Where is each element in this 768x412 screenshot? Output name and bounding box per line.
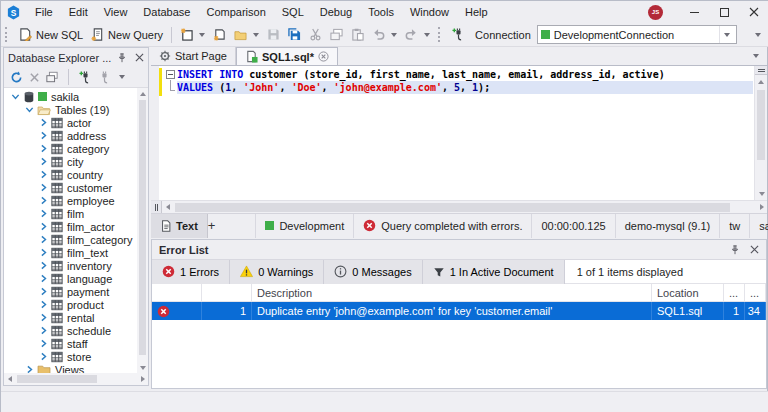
chevron-right-icon[interactable] bbox=[38, 209, 48, 218]
open-file-button[interactable] bbox=[230, 24, 263, 45]
copy-button[interactable] bbox=[326, 24, 347, 45]
tree-item-tables-19[interactable]: Tables (19) bbox=[4, 103, 137, 116]
editor-vertical-scrollbar[interactable] bbox=[754, 66, 767, 200]
cut-button[interactable] bbox=[305, 24, 326, 45]
close-panel-icon[interactable] bbox=[750, 245, 759, 254]
chevron-right-icon[interactable] bbox=[38, 118, 48, 127]
menu-sql[interactable]: SQL bbox=[274, 1, 312, 23]
new-object-button[interactable] bbox=[209, 24, 230, 45]
tree-item-payment[interactable]: payment bbox=[4, 285, 137, 298]
close-button[interactable] bbox=[739, 1, 768, 23]
chevron-down-icon[interactable] bbox=[24, 105, 34, 114]
menu-help[interactable]: Help bbox=[457, 1, 496, 23]
delete-icon[interactable] bbox=[29, 72, 40, 83]
tree-item-sakila[interactable]: sakila bbox=[4, 90, 137, 103]
chevron-right-icon[interactable] bbox=[38, 183, 48, 192]
menu-file[interactable]: File bbox=[27, 1, 61, 23]
column-severity[interactable] bbox=[152, 284, 202, 301]
scrollbar-thumb[interactable] bbox=[757, 90, 765, 160]
add-view-tab-button[interactable]: + bbox=[208, 218, 216, 233]
tree-item-language[interactable]: language bbox=[4, 272, 137, 285]
tree-item-rental[interactable]: rental bbox=[4, 311, 137, 324]
scroll-left-icon[interactable] bbox=[8, 376, 12, 382]
toolbar-overflow-icon[interactable] bbox=[755, 33, 761, 37]
connection-select[interactable]: DevelopmentConnection bbox=[537, 25, 737, 44]
user-avatar[interactable]: JS bbox=[648, 5, 663, 20]
split-editor-handle[interactable] bbox=[151, 201, 162, 214]
chevron-right-icon[interactable] bbox=[38, 313, 48, 322]
chevron-right-icon[interactable] bbox=[38, 131, 48, 140]
column-line[interactable]: ... bbox=[724, 284, 745, 301]
chevron-down-icon[interactable] bbox=[10, 92, 20, 101]
toolbar-grip[interactable] bbox=[438, 27, 443, 42]
undo-button[interactable] bbox=[368, 24, 401, 45]
tree-item-inventory[interactable]: inventory bbox=[4, 259, 137, 272]
warnings-filter-button[interactable]: 0 Warnings bbox=[230, 260, 324, 284]
tab-start-page[interactable]: Start Page bbox=[151, 47, 236, 65]
tree-vertical-scrollbar[interactable] bbox=[137, 88, 148, 373]
status-environment[interactable]: Development bbox=[255, 214, 353, 238]
tree-item-schedule[interactable]: schedule bbox=[4, 324, 137, 337]
status-user[interactable]: tw bbox=[719, 214, 749, 238]
chevron-right-icon[interactable] bbox=[38, 287, 48, 296]
tab-sql1[interactable]: SQL1.sql* bbox=[236, 47, 338, 65]
menu-edit[interactable]: Edit bbox=[61, 1, 96, 23]
tab-list-dropdown-icon[interactable] bbox=[753, 54, 759, 58]
chevron-right-icon[interactable] bbox=[38, 157, 48, 166]
menu-view[interactable]: View bbox=[96, 1, 136, 23]
tree-item-employee[interactable]: employee bbox=[4, 194, 137, 207]
tree-horizontal-scrollbar[interactable] bbox=[4, 373, 148, 385]
tree-item-category[interactable]: category bbox=[4, 142, 137, 155]
status-database[interactable]: sakila bbox=[749, 214, 768, 238]
chevron-right-icon[interactable] bbox=[38, 222, 48, 231]
tree-item-staff[interactable]: staff bbox=[4, 337, 137, 350]
scrollbar-thumb[interactable] bbox=[139, 100, 146, 355]
chevron-right-icon[interactable] bbox=[38, 339, 48, 348]
new-query-button[interactable]: New Query bbox=[87, 24, 167, 45]
code-line-2[interactable]: VALUES (1, 'John', 'Doe', 'john@example.… bbox=[177, 81, 753, 94]
split-editor-handle[interactable] bbox=[755, 66, 767, 75]
save-button[interactable] bbox=[263, 24, 284, 45]
tree-item-city[interactable]: city bbox=[4, 155, 137, 168]
tree-item-views[interactable]: Views bbox=[4, 363, 137, 373]
tree-item-customer[interactable]: customer bbox=[4, 181, 137, 194]
explorer-toolbar-overflow-icon[interactable] bbox=[119, 75, 125, 79]
chevron-right-icon[interactable] bbox=[38, 300, 48, 309]
new-document-button[interactable] bbox=[176, 24, 209, 45]
chevron-right-icon[interactable] bbox=[38, 235, 48, 244]
save-all-button[interactable] bbox=[284, 24, 305, 45]
code-area[interactable]: INSERT INTO customer (store_id, first_na… bbox=[177, 68, 753, 94]
tree-item-film-text[interactable]: film_text bbox=[4, 246, 137, 259]
scroll-down-icon[interactable] bbox=[140, 366, 146, 370]
tree-item-film[interactable]: film bbox=[4, 207, 137, 220]
errors-filter-button[interactable]: 1 Errors bbox=[152, 260, 230, 284]
minimize-button[interactable] bbox=[679, 1, 709, 23]
column-column[interactable]: ... bbox=[745, 284, 766, 301]
new-connection-button[interactable] bbox=[448, 24, 469, 45]
scroll-up-icon[interactable] bbox=[758, 80, 764, 84]
connection-dropdown-arrow[interactable] bbox=[719, 26, 733, 43]
tree-item-country[interactable]: country bbox=[4, 168, 137, 181]
tree-item-address[interactable]: address bbox=[4, 129, 137, 142]
pin-icon[interactable] bbox=[117, 53, 127, 63]
scrollbar-thumb[interactable] bbox=[175, 203, 730, 212]
tree-item-film-actor[interactable]: film_actor bbox=[4, 220, 137, 233]
close-panel-icon[interactable] bbox=[135, 53, 144, 62]
fold-collapse-icon[interactable] bbox=[166, 70, 175, 79]
status-server[interactable]: demo-mysql (9.1) bbox=[615, 214, 720, 238]
text-view-tab[interactable]: Text bbox=[151, 214, 208, 238]
chevron-right-icon[interactable] bbox=[38, 352, 48, 361]
status-execution-time[interactable]: 00:00:00.125 bbox=[531, 214, 614, 238]
menu-debug[interactable]: Debug bbox=[312, 1, 360, 23]
scroll-right-icon[interactable] bbox=[760, 204, 764, 210]
new-connection-icon[interactable] bbox=[79, 71, 92, 84]
menu-comparison[interactable]: Comparison bbox=[198, 1, 273, 23]
toolbar-grip[interactable] bbox=[5, 27, 10, 42]
chevron-right-icon[interactable] bbox=[38, 248, 48, 257]
code-line-1[interactable]: INSERT INTO customer (store_id, first_na… bbox=[177, 68, 753, 81]
duplicate-window-icon[interactable] bbox=[46, 71, 58, 83]
paste-button[interactable] bbox=[347, 24, 368, 45]
tree-item-store[interactable]: store bbox=[4, 350, 137, 363]
tree-item-product[interactable]: product bbox=[4, 298, 137, 311]
sql-editor[interactable]: INSERT INTO customer (store_id, first_na… bbox=[151, 65, 767, 200]
